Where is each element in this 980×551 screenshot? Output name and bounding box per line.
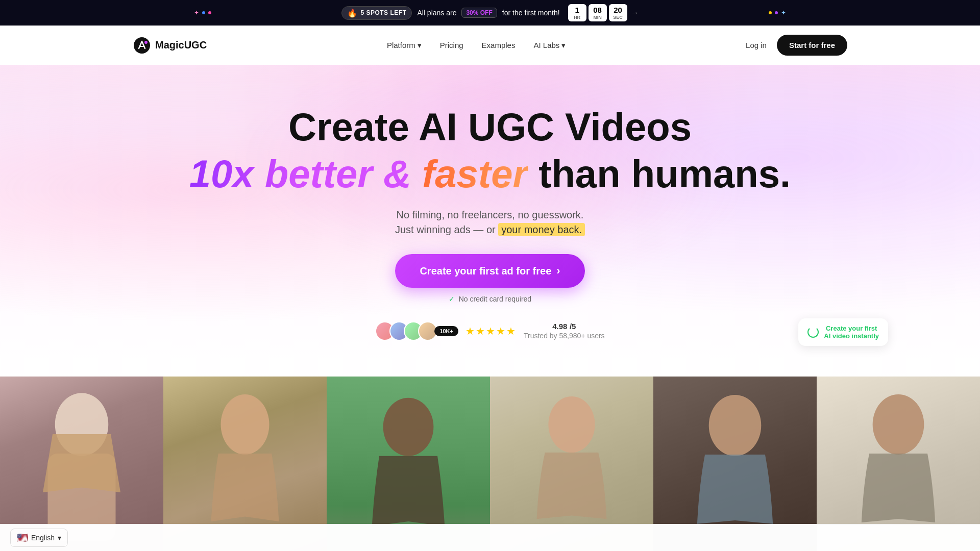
hero-gradient-purple: 10x better & [189, 152, 411, 195]
platform-link[interactable]: Platform ▾ [387, 41, 422, 50]
dot-pink [208, 11, 211, 14]
rating-value: 4.98 [552, 322, 567, 331]
svg-point-7 [709, 395, 762, 456]
tooltip-line1: Create your first [824, 324, 879, 332]
flag-icon: 🇺🇸 [17, 532, 28, 543]
top-banner: ✦ 🔥 5 SPOTS LEFT All plans are 30% OFF f… [0, 0, 980, 26]
examples-label: Examples [482, 41, 516, 49]
ailabs-link[interactable]: AI Labs ▾ [533, 41, 566, 50]
start-free-button[interactable]: Start for free [777, 35, 847, 56]
pricing-link[interactable]: Pricing [440, 41, 463, 49]
bottom-bar: 🇺🇸 English ▾ [0, 524, 980, 551]
hours-value: 1 [572, 6, 582, 15]
confetti-right: ✦ [769, 9, 786, 16]
timer-arrow-icon[interactable]: → [631, 9, 639, 17]
spots-badge: 🔥 5 SPOTS LEFT [341, 6, 412, 20]
navbar: MagicUGC Platform ▾ Pricing Examples AI … [0, 26, 980, 65]
loading-spinner-icon [807, 327, 819, 338]
svg-point-0 [134, 37, 150, 54]
cta-button-text: Create your first ad for free [420, 265, 551, 277]
countdown-timer: 1 HR 08 MIN 20 SEC → [568, 4, 639, 21]
hero-section: Create AI UGC Videos 10x better & faster… [0, 65, 980, 377]
hero-title-suffix: than humans. [538, 152, 791, 195]
seconds-value: 20 [613, 6, 623, 15]
nav-item-examples[interactable]: Examples [482, 41, 516, 49]
tooltip-text: Create your first AI video instantly [824, 324, 879, 340]
svg-point-6 [548, 396, 595, 453]
hero-gradient-orange: faster [422, 152, 528, 195]
nav-item-ailabs[interactable]: AI Labs ▾ [533, 41, 566, 50]
confetti-left: ✦ [194, 9, 211, 16]
seconds-label: SEC [613, 15, 623, 20]
hours-label: HR [572, 15, 582, 20]
users-count-badge: 10K+ [434, 326, 458, 336]
logo[interactable]: MagicUGC [133, 36, 207, 55]
money-back-highlight: your money back. [498, 223, 585, 236]
hero-title-line2: 10x better & faster than humans. [10, 153, 970, 195]
nav-right: Log in Start for free [746, 35, 847, 56]
language-chevron-icon: ▾ [58, 534, 61, 542]
stars-row: ★★★★★ [465, 325, 517, 337]
trusted-text: Trusted by 58,980+ users [524, 332, 605, 340]
star-right-icon: ✦ [781, 9, 786, 16]
nav-item-platform[interactable]: Platform ▾ [387, 41, 422, 50]
minutes-value: 08 [593, 6, 603, 15]
ailabs-label: AI Labs [533, 41, 559, 49]
svg-point-8 [873, 394, 924, 455]
language-selector[interactable]: 🇺🇸 English ▾ [10, 529, 68, 547]
hero-desc2-before: Just winning ads — or [395, 224, 496, 235]
minutes-unit: 08 MIN [589, 4, 607, 21]
dot-purple [775, 11, 778, 14]
seconds-unit: 20 SEC [609, 4, 627, 21]
hero-desc1: No filming, no freelancers, no guesswork… [10, 209, 970, 221]
logo-text: MagicUGC [155, 39, 207, 51]
fire-emoji: 🔥 [347, 8, 357, 18]
plans-text: All plans are [417, 9, 456, 17]
language-label: English [31, 534, 55, 542]
rating-max: /5 [570, 322, 576, 331]
platform-chevron-icon: ▾ [418, 41, 422, 50]
cta-wrapper: Create your first ad for free › [395, 254, 584, 295]
minutes-label: MIN [593, 15, 603, 20]
discount-badge: 30% OFF [461, 8, 497, 18]
hero-desc2: Just winning ads — or your money back. [10, 224, 970, 236]
for-first-month-text: for the first month! [502, 9, 560, 17]
check-icon: ✓ [449, 295, 455, 303]
nav-item-pricing[interactable]: Pricing [440, 41, 463, 49]
platform-label: Platform [387, 41, 415, 49]
nav-links: Platform ▾ Pricing Examples AI Labs ▾ [387, 41, 566, 50]
tooltip-line2: AI video instantly [824, 332, 879, 340]
spots-text: 5 SPOTS LEFT [360, 9, 406, 16]
pricing-label: Pricing [440, 41, 463, 49]
no-cc-text: No credit card required [459, 295, 531, 303]
avatar-group: 10K+ [375, 321, 458, 341]
hours-unit: 1 HR [568, 4, 586, 21]
star-icon: ✦ [194, 9, 199, 16]
logo-icon [133, 36, 151, 55]
svg-point-4 [221, 394, 270, 455]
no-credit-card-text: ✓ No credit card required [10, 295, 970, 303]
dot-yellow [769, 11, 772, 14]
rating-info: 4.98 /5 Trusted by 58,980+ users [524, 322, 605, 340]
cta-arrow-icon: › [556, 264, 560, 278]
dot-blue [202, 11, 205, 14]
floating-tooltip: Create your first AI video instantly [798, 318, 888, 346]
ailabs-chevron-icon: ▾ [561, 41, 566, 50]
cta-button[interactable]: Create your first ad for free › [395, 254, 584, 288]
svg-point-5 [383, 398, 434, 456]
examples-link[interactable]: Examples [482, 41, 516, 49]
star-icons: ★★★★★ [465, 325, 517, 337]
login-button[interactable]: Log in [746, 41, 767, 49]
hero-title-line1: Create AI UGC Videos [10, 106, 970, 148]
svg-point-1 [144, 41, 148, 44]
